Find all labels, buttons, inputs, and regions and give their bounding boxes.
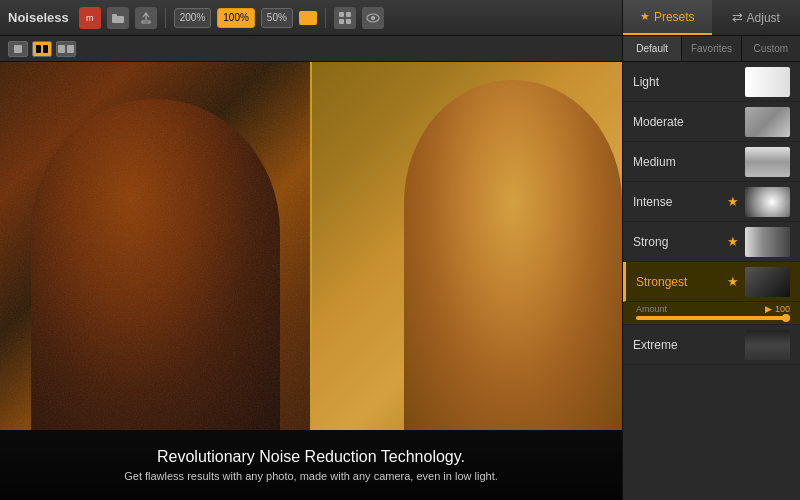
preset-strongest[interactable]: Strongest ★ (623, 262, 800, 302)
presets-panel: Light Moderate Medium Intense ★ Strong ★… (622, 62, 800, 500)
preset-medium-name: Medium (633, 155, 739, 169)
open-icon[interactable] (107, 7, 129, 29)
svg-rect-13 (0, 62, 311, 430)
preset-light[interactable]: Light (623, 62, 800, 102)
preset-medium-thumb (745, 147, 790, 177)
person-right-silhouette (404, 80, 622, 430)
eye-icon[interactable] (362, 7, 384, 29)
grid-icon[interactable] (334, 7, 356, 29)
preset-strong-name: Strong (633, 235, 723, 249)
preset-strong[interactable]: Strong ★ (623, 222, 800, 262)
preset-light-name: Light (633, 75, 739, 89)
subtab-default[interactable]: Default (623, 36, 682, 61)
preset-strong-star[interactable]: ★ (727, 234, 739, 249)
svg-rect-10 (43, 45, 48, 53)
amount-value: ▶ 100 (765, 304, 790, 314)
companion-icon[interactable]: m (79, 7, 101, 29)
noise-overlay (0, 62, 311, 430)
presets-star-icon: ★ (640, 10, 650, 23)
preset-extreme-name: Extreme (633, 338, 739, 352)
preset-intense-thumb (745, 187, 790, 217)
photo-container (0, 62, 622, 430)
svg-rect-5 (346, 19, 351, 24)
preset-intense-name: Intense (633, 195, 723, 209)
svg-rect-0 (112, 16, 124, 23)
view-split-btn[interactable] (32, 41, 52, 57)
preset-intense[interactable]: Intense ★ (623, 182, 800, 222)
svg-point-7 (371, 16, 375, 20)
svg-rect-11 (58, 45, 65, 53)
subtab-default-label: Default (636, 43, 668, 54)
svg-rect-2 (339, 12, 344, 17)
tab-adjust[interactable]: ⇄ Adjust (712, 0, 801, 35)
preset-subtabs: Default Favorites Custom (622, 36, 800, 62)
subtab-favorites-label: Favorites (691, 43, 732, 54)
preset-strongest-thumb (745, 267, 790, 297)
amount-control: Amount ▶ 100 (623, 302, 800, 325)
adjust-icon: ⇄ (732, 10, 743, 25)
preset-strongest-name: Strongest (636, 275, 723, 289)
preset-medium[interactable]: Medium (623, 142, 800, 182)
svg-rect-1 (112, 14, 117, 17)
caption-subtitle: Get flawless results with any photo, mad… (124, 470, 498, 482)
amount-slider-track[interactable] (636, 316, 790, 320)
separator2 (325, 8, 326, 28)
separator (165, 8, 166, 28)
svg-rect-3 (346, 12, 351, 17)
preset-light-thumb (745, 67, 790, 97)
svg-rect-8 (14, 45, 22, 53)
zoom-50-btn[interactable]: 50% (261, 8, 293, 28)
export-icon[interactable] (135, 7, 157, 29)
amount-text: Amount (636, 304, 667, 314)
preset-moderate[interactable]: Moderate (623, 102, 800, 142)
tab-presets[interactable]: ★ Presets (623, 0, 712, 35)
svg-rect-4 (339, 19, 344, 24)
amount-slider-handle[interactable] (782, 314, 790, 322)
preset-strong-thumb (745, 227, 790, 257)
panel-header: ★ Presets ⇄ Adjust (622, 0, 800, 36)
subtab-favorites[interactable]: Favorites (682, 36, 741, 61)
preset-extreme-thumb (745, 330, 790, 360)
preset-extreme[interactable]: Extreme (623, 325, 800, 365)
zoom-fit-icon[interactable] (299, 11, 317, 25)
app-title: Noiseless (8, 10, 69, 25)
photo-before (0, 62, 311, 430)
zoom-200-btn[interactable]: 200% (174, 8, 212, 28)
photo-after (311, 62, 622, 430)
preset-intense-star[interactable]: ★ (727, 194, 739, 209)
subtab-custom-label: Custom (754, 43, 788, 54)
view-single-btn[interactable] (8, 41, 28, 57)
caption-title: Revolutionary Noise Reduction Technology… (157, 448, 465, 466)
view-compare-btn[interactable] (56, 41, 76, 57)
preset-moderate-name: Moderate (633, 115, 739, 129)
preset-strongest-star[interactable]: ★ (727, 274, 739, 289)
svg-rect-9 (36, 45, 41, 53)
person-left-silhouette (31, 99, 280, 430)
preset-moderate-thumb (745, 107, 790, 137)
tab-presets-label: Presets (654, 10, 695, 24)
caption-overlay: Revolutionary Noise Reduction Technology… (0, 430, 622, 500)
split-divider[interactable] (310, 62, 312, 430)
svg-rect-12 (67, 45, 74, 53)
subtab-custom[interactable]: Custom (742, 36, 800, 61)
zoom-100-btn[interactable]: 100% (217, 8, 255, 28)
main-image-area: Revolutionary Noise Reduction Technology… (0, 62, 622, 500)
tab-adjust-label: Adjust (747, 11, 780, 25)
amount-label-row: Amount ▶ 100 (636, 304, 790, 314)
amount-slider-fill (636, 316, 790, 320)
